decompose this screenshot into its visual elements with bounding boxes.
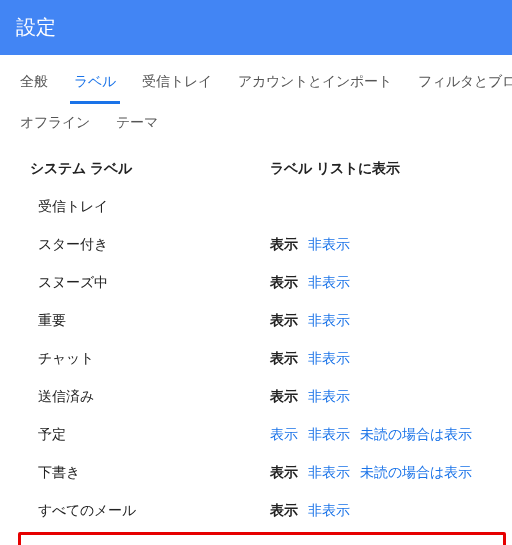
- label-row: 送信済み表示非表示: [0, 378, 512, 416]
- label-row: スヌーズ中表示非表示: [0, 264, 512, 302]
- show-link[interactable]: 表示: [270, 388, 298, 406]
- label-actions: 表示非表示: [270, 388, 512, 406]
- label-name: 下書き: [0, 464, 270, 482]
- show-link[interactable]: 表示: [270, 274, 298, 292]
- tabs-row-1: 全般ラベル受信トレイアカウントとインポートフィルタとブロック: [0, 55, 512, 104]
- show-if-unread-link[interactable]: 未読の場合は表示: [360, 426, 472, 444]
- label-actions: 表示非表示: [270, 350, 512, 368]
- label-actions: 表示非表示未読の場合は表示: [270, 464, 512, 482]
- hide-link[interactable]: 非表示: [308, 388, 350, 406]
- tab-0[interactable]: オフライン: [16, 106, 94, 142]
- label-name: すべてのメール: [0, 502, 270, 520]
- label-actions: 表示非表示未読の場合は表示: [270, 426, 512, 444]
- label-name: 受信トレイ: [0, 198, 270, 216]
- hide-link[interactable]: 非表示: [308, 464, 350, 482]
- hide-link[interactable]: 非表示: [308, 312, 350, 330]
- label-row: スター付き表示非表示: [0, 226, 512, 264]
- label-actions: 表示非表示: [270, 236, 512, 254]
- tab-4[interactable]: フィルタとブロック: [414, 65, 512, 101]
- tab-2[interactable]: 受信トレイ: [138, 65, 216, 101]
- tab-1[interactable]: テーマ: [112, 106, 162, 142]
- tab-3[interactable]: アカウントとインポート: [234, 65, 396, 101]
- label-row: 迷惑メール表示非表示未読の場合は表示: [21, 535, 499, 545]
- label-row: 受信トレイ: [0, 188, 512, 226]
- label-row: 重要表示非表示: [0, 302, 512, 340]
- hide-link[interactable]: 非表示: [308, 502, 350, 520]
- label-name: 送信済み: [0, 388, 270, 406]
- hide-link[interactable]: 非表示: [308, 350, 350, 368]
- show-if-unread-link[interactable]: 未読の場合は表示: [360, 464, 472, 482]
- columns-header: システム ラベル ラベル リストに表示: [0, 152, 512, 188]
- settings-header: 設定: [0, 0, 512, 55]
- hide-link[interactable]: 非表示: [308, 426, 350, 444]
- labels-content: システム ラベル ラベル リストに表示 受信トレイスター付き表示非表示スヌーズ中…: [0, 152, 512, 545]
- hide-link[interactable]: 非表示: [308, 236, 350, 254]
- tab-0[interactable]: 全般: [16, 65, 52, 101]
- label-name: チャット: [0, 350, 270, 368]
- label-actions: 表示非表示: [270, 502, 512, 520]
- label-row: 下書き表示非表示未読の場合は表示: [0, 454, 512, 492]
- label-actions: 表示非表示: [270, 274, 512, 292]
- show-link[interactable]: 表示: [270, 312, 298, 330]
- highlighted-row: 迷惑メール表示非表示未読の場合は表示: [18, 532, 506, 545]
- label-name: 重要: [0, 312, 270, 330]
- page-title: 設定: [16, 16, 56, 38]
- column-show-in-list: ラベル リストに表示: [270, 160, 512, 178]
- label-name: スター付き: [0, 236, 270, 254]
- tab-1[interactable]: ラベル: [70, 65, 120, 104]
- label-row: すべてのメール表示非表示: [0, 492, 512, 530]
- label-row: 予定表示非表示未読の場合は表示: [0, 416, 512, 454]
- label-actions: 表示非表示: [270, 312, 512, 330]
- label-row: チャット表示非表示: [0, 340, 512, 378]
- tabs-row-2: オフラインテーマ: [0, 104, 512, 152]
- hide-link[interactable]: 非表示: [308, 274, 350, 292]
- label-rows: 受信トレイスター付き表示非表示スヌーズ中表示非表示重要表示非表示チャット表示非表…: [0, 188, 512, 545]
- label-name: スヌーズ中: [0, 274, 270, 292]
- show-link[interactable]: 表示: [270, 464, 298, 482]
- show-link[interactable]: 表示: [270, 426, 298, 444]
- show-link[interactable]: 表示: [270, 502, 298, 520]
- show-link[interactable]: 表示: [270, 236, 298, 254]
- label-name: 予定: [0, 426, 270, 444]
- column-system-labels: システム ラベル: [0, 160, 270, 178]
- show-link[interactable]: 表示: [270, 350, 298, 368]
